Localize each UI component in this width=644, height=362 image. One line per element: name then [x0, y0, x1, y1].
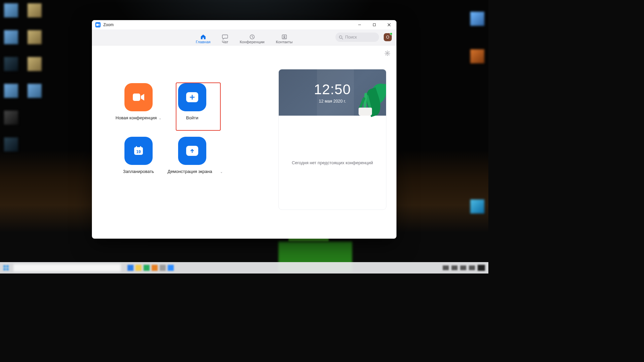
svg-text:19: 19 [136, 149, 141, 154]
desktop-icon[interactable] [28, 57, 42, 71]
tray-icon[interactable] [443, 265, 449, 270]
plus-icon [186, 92, 198, 102]
home-icon [200, 34, 206, 40]
taskbar[interactable] [0, 262, 488, 274]
search-placeholder: Поиск [345, 35, 357, 40]
schedule-button[interactable]: 19 Запланировать [113, 137, 164, 190]
taskbar-app-icon[interactable] [160, 265, 166, 271]
svg-point-10 [387, 53, 388, 54]
svg-line-9 [342, 38, 343, 39]
desktop-icon[interactable] [470, 199, 484, 214]
tab-contacts[interactable]: Контакты [275, 33, 293, 45]
tab-label: Главная [196, 40, 211, 44]
avatar-initial: О [386, 35, 389, 40]
tab-chat[interactable]: Чат [221, 33, 229, 45]
calendar-icon: 19 [131, 143, 146, 158]
desktop-icon[interactable] [4, 111, 18, 125]
svg-rect-11 [133, 94, 140, 101]
action-label: Новая конференция [116, 115, 157, 121]
avatar[interactable]: О [384, 33, 392, 41]
zoom-window: Zoom Главная Чат Конференции Контакты [92, 20, 396, 239]
chevron-down-icon[interactable]: ⌄ [220, 170, 223, 174]
desktop-icon[interactable] [4, 84, 18, 98]
desktop-icon[interactable] [4, 30, 18, 44]
tray-icon[interactable] [460, 265, 466, 270]
taskbar-app-icon[interactable] [144, 265, 150, 271]
desktop-icons-left [4, 3, 42, 152]
join-button[interactable]: Войти [167, 83, 217, 137]
system-tray[interactable] [443, 265, 485, 271]
search-input[interactable]: Поиск [335, 33, 379, 42]
tray-icon[interactable] [451, 265, 458, 270]
svg-rect-22 [6, 268, 9, 270]
svg-rect-6 [282, 35, 286, 39]
svg-rect-16 [136, 146, 137, 148]
taskbar-pinned [127, 265, 174, 271]
close-button[interactable] [382, 20, 396, 29]
taskbar-app-icon[interactable] [127, 265, 133, 271]
settings-button[interactable] [384, 50, 390, 58]
taskbar-app-icon[interactable] [136, 265, 142, 271]
desktop-icon[interactable] [4, 57, 18, 71]
svg-rect-21 [3, 268, 6, 270]
tab-home[interactable]: Главная [195, 33, 211, 45]
minimize-button[interactable] [352, 20, 367, 29]
tray-icon[interactable] [469, 265, 475, 270]
no-meetings-text: Сегодня нет предстоящих конференций [292, 160, 373, 165]
tab-bar: Главная Чат Конференции Контакты Поиск О [92, 29, 396, 46]
tray-icon[interactable] [478, 265, 485, 271]
titlebar[interactable]: Zoom [92, 20, 396, 29]
action-label: Демонстрация экрана [168, 169, 212, 175]
home-actions: Новая конференция ⌄ Войти [113, 83, 217, 190]
share-screen-tile[interactable] [178, 137, 206, 165]
clock-panel: 12:50 12 мая 2020 г. [279, 69, 386, 116]
desktop-icon[interactable] [470, 12, 484, 26]
tab-label: Контакты [276, 40, 293, 44]
contacts-icon [281, 34, 287, 40]
desktop-icon[interactable] [470, 49, 484, 63]
zoom-app-icon [95, 22, 101, 27]
presence-indicator [390, 33, 392, 35]
svg-rect-2 [373, 24, 376, 26]
svg-rect-17 [140, 146, 142, 148]
new-meeting-button[interactable]: Новая конференция ⌄ [113, 83, 164, 137]
desktop-icon[interactable] [28, 30, 42, 44]
desktop-icons-right [470, 12, 484, 214]
chevron-down-icon[interactable]: ⌄ [159, 116, 161, 120]
window-title: Zoom [103, 22, 114, 27]
svg-rect-20 [6, 265, 9, 267]
clock-icon [249, 34, 255, 40]
desktop-icon[interactable] [4, 3, 18, 17]
video-icon [131, 92, 146, 103]
tab-label: Конференции [240, 40, 265, 44]
chat-icon [222, 34, 228, 40]
action-label: Войти [186, 115, 198, 121]
desktop-icon[interactable] [28, 3, 42, 17]
join-tile[interactable] [178, 83, 206, 111]
new-meeting-tile[interactable] [124, 83, 153, 111]
taskbar-app-icon[interactable] [152, 265, 158, 271]
start-button[interactable] [0, 262, 12, 274]
maximize-button[interactable] [367, 20, 382, 29]
schedule-tile[interactable]: 19 [124, 137, 153, 165]
tab-meetings[interactable]: Конференции [239, 33, 265, 45]
svg-rect-19 [3, 265, 6, 267]
plant-decoration [359, 108, 372, 116]
share-screen-button[interactable]: Демонстрация экрана ⌄ [167, 137, 217, 190]
taskbar-search[interactable] [13, 264, 121, 272]
desktop-icon[interactable] [4, 137, 18, 152]
svg-rect-0 [96, 24, 98, 26]
desktop-icon[interactable] [28, 84, 42, 98]
tab-label: Чат [222, 40, 228, 44]
taskbar-app-icon[interactable] [168, 265, 174, 271]
search-icon [339, 35, 343, 40]
svg-rect-15 [134, 147, 143, 149]
upcoming-card: 12:50 12 мая 2020 г. Сегодня нет предсто… [278, 69, 386, 210]
window-shadow [99, 239, 390, 243]
svg-point-7 [283, 36, 285, 37]
arrow-up-icon [186, 146, 198, 156]
action-label: Запланировать [123, 169, 154, 175]
content-area: Новая конференция ⌄ Войти [92, 46, 396, 239]
